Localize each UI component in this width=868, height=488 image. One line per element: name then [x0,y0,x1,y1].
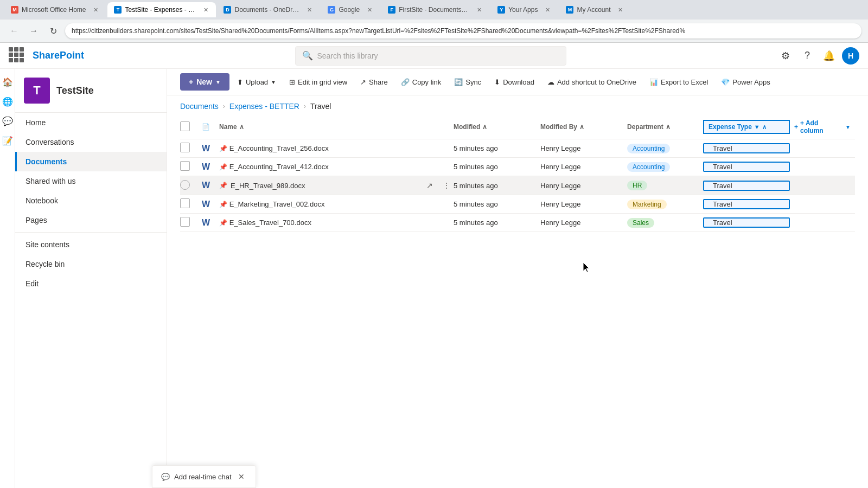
avatar[interactable]: H [842,47,859,65]
modified-sort[interactable]: Modified ∧ [454,123,540,131]
department-sort[interactable]: Department ∧ [627,123,703,131]
download-label: Download [503,78,534,86]
home-icon[interactable]: 🏠 [0,73,16,91]
tab-testsite-close[interactable]: ✕ [202,5,209,14]
new-button[interactable]: + + New New ▼ [180,73,229,91]
row-checkbox[interactable] [180,180,202,191]
tab-myaccount[interactable]: M My Account ✕ [559,2,631,17]
tab-yourapps[interactable]: Y Your Apps ✕ [491,2,558,17]
file-name[interactable]: 📌 E_Marketing_Travel_002.docx [219,200,454,208]
waffle-menu[interactable] [9,47,26,65]
tab-ms-home-close[interactable]: ✕ [91,5,100,14]
sync-button[interactable]: 🔄 Sync [449,75,487,89]
modifiedby-sort[interactable]: Modified By ∧ [540,123,627,131]
forward-button[interactable]: → [26,23,41,38]
sidebar-item-notebook[interactable]: Notebook [15,191,167,210]
export-excel-button[interactable]: 📊 Export to Excel [644,75,713,89]
chat-close-button[interactable]: ✕ [236,471,247,482]
modified-col-header[interactable]: Modified ∧ [454,123,540,131]
name-sort-icon: ∧ [239,123,244,131]
note-icon[interactable]: 📝 [0,132,16,149]
tab-onedrive-close[interactable]: ✕ [305,5,314,14]
add-column-header[interactable]: + + Add column ▼ [790,119,855,134]
share-button[interactable]: ↗ Share [355,75,393,89]
row-checkbox[interactable] [180,217,202,228]
tab-google[interactable]: G Google ✕ [321,2,380,17]
table-row[interactable]: W 📌 E_Marketing_Travel_002.docx 5 minute… [180,195,855,214]
tab-testsite[interactable]: T TestSite - Expenses - BETT ✕ [107,2,216,17]
help-icon[interactable]: ? [799,47,816,65]
tab-yourapps-close[interactable]: ✕ [543,5,552,14]
filename-text: E_Accounting_Travel_412.docx [229,163,329,171]
file-name[interactable]: 📌 E_Accounting_Travel_412.docx [219,163,454,171]
expense-type-value: Travel [703,181,790,191]
tab-myaccount-close[interactable]: ✕ [616,5,625,14]
url-bar[interactable] [65,23,861,38]
globe-icon[interactable]: 🌐 [0,93,16,110]
share-label: Share [369,78,388,86]
row-checkbox[interactable] [180,143,202,154]
breadcrumb-expenses[interactable]: Expenses - BETTER [229,102,299,111]
more-options-icon[interactable]: ⋮ [439,179,454,191]
waffle-dot [14,58,18,62]
table-row[interactable]: W 📌 E_Accounting_Travel_256.docx 5 minut… [180,139,855,158]
table-row[interactable]: W 📌 E_Accounting_Travel_412.docx 5 minut… [180,158,855,176]
power-apps-button[interactable]: 💎 Power Apps [716,75,775,89]
name-col-header[interactable]: Name ∧ [219,123,454,131]
edit-grid-button[interactable]: ⊞ Edit in grid view [284,75,353,89]
add-column-button[interactable]: + + Add column ▼ [790,119,855,134]
sidebar-item-pages[interactable]: Pages [15,210,167,230]
file-type-indicator: W [202,181,219,190]
waffle-dot [9,47,13,52]
search-bar[interactable]: 🔍 Search this library [295,46,566,66]
sidebar-item-home-label: Home [25,118,46,127]
ms-home-favicon: M [11,6,18,14]
expense-type-col-header[interactable]: Expense Type ▼ ∧ [703,120,790,134]
tab-firstsite[interactable]: F FirstSite - Documents - Al... ✕ [381,2,490,17]
copy-link-button[interactable]: 🔗 Copy link [395,75,446,89]
file-name[interactable]: 📌 E_HR_Travel_989.docx ↗ ⋮ [219,179,454,191]
settings-icon[interactable]: ⚙ [777,47,794,65]
breadcrumb-travel: Travel [310,102,331,111]
sidebar-item-conversations[interactable]: Conversations [15,132,167,152]
sp-toolbar: + + New New ▼ ⬆ Upload ▼ ⊞ Edit in grid … [167,69,868,95]
sidebar-item-documents[interactable]: Documents [15,152,167,171]
file-name[interactable]: 📌 E_Accounting_Travel_256.docx [219,144,454,152]
modified-value: 5 minutes ago [454,182,540,190]
tab-google-close[interactable]: ✕ [365,5,374,14]
expense-type-value: Travel [703,199,790,209]
row-checkbox[interactable] [180,161,202,172]
row-checkbox[interactable] [180,198,202,210]
name-sort[interactable]: Name ∧ [219,123,454,131]
pin-icon: 📌 [219,163,227,171]
tab-firstsite-close[interactable]: ✕ [475,5,483,14]
modifiedby-col-header[interactable]: Modified By ∧ [540,123,627,131]
upload-button[interactable]: ⬆ Upload ▼ [232,75,282,89]
tab-ms-home[interactable]: M Microsoft Office Home ✕ [4,2,106,17]
share-row-icon[interactable]: ↗ [423,179,436,191]
download-button[interactable]: ⬇ Download [489,75,540,89]
back-button[interactable]: ← [7,23,22,38]
table-row[interactable]: W 📌 E_Sales_Travel_700.docx 5 minutes ag… [180,214,855,232]
chat-widget[interactable]: 💬 Add real-time chat ✕ [152,465,256,488]
sidebar-item-shared[interactable]: Shared with us [15,171,167,191]
expense-type-value: Travel [703,143,790,153]
tab-testsite-label: TestSite - Expenses - BETT [125,6,196,14]
department-col-header[interactable]: Department ∧ [627,123,703,131]
sidebar-item-site-contents[interactable]: Site contents [15,235,167,254]
add-shortcut-button[interactable]: ☁ Add shortcut to OneDrive [542,75,642,89]
reload-button[interactable]: ↻ [46,23,61,38]
notifications-icon[interactable]: 🔔 [820,47,838,65]
tab-yourapps-label: Your Apps [508,6,538,14]
sidebar-item-edit[interactable]: Edit [15,274,167,293]
sidebar-item-recycle-bin[interactable]: Recycle bin [15,254,167,274]
sidebar-item-home[interactable]: Home [15,113,167,132]
breadcrumb-documents[interactable]: Documents [180,102,219,111]
table-row[interactable]: W 📌 E_HR_Travel_989.docx ↗ ⋮ 5 minutes a… [180,176,855,195]
tab-onedrive[interactable]: D Documents - OneDrive ✕ [217,2,320,17]
chat-icon[interactable]: 💬 [0,112,16,130]
address-bar: ← → ↻ [0,20,868,42]
document-list: 📄 Name ∧ Modified ∧ [167,115,868,232]
add-col-chevron-icon: ▼ [845,124,851,130]
file-name[interactable]: 📌 E_Sales_Travel_700.docx [219,219,454,227]
